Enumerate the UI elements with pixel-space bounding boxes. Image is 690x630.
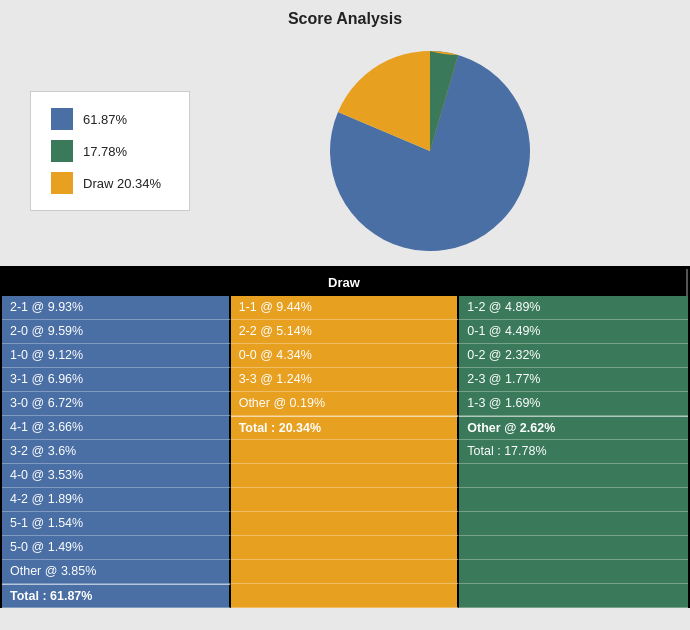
legend-label-draw: Draw 20.34% [83, 176, 161, 191]
table-row: Other @ 3.85% [2, 560, 231, 584]
page-title: Score Analysis [0, 0, 690, 36]
legend-label-away: 17.78% [83, 144, 127, 159]
table-row: 2-1 @ 9.93% [2, 296, 231, 320]
table-row: 5-0 @ 1.49% [2, 536, 231, 560]
table-row: 0-0 @ 4.34% [231, 344, 460, 368]
table-row [231, 560, 460, 584]
table-row: 0-1 @ 4.49% [459, 320, 688, 344]
table-row [459, 560, 688, 584]
table-grid: Draw 2-1 @ 9.93% 1-1 @ 9.44% 1-2 @ 4.89%… [0, 266, 690, 608]
legend-item-draw: Draw 20.34% [51, 172, 169, 194]
table-row: 3-1 @ 6.96% [2, 368, 231, 392]
table-section: Draw 2-1 @ 9.93% 1-1 @ 9.44% 1-2 @ 4.89%… [0, 266, 690, 608]
table-row: 2-3 @ 1.77% [459, 368, 688, 392]
legend-item-home: 61.87% [51, 108, 169, 130]
table-row [231, 488, 460, 512]
legend-swatch-draw [51, 172, 73, 194]
legend-item-away: 17.78% [51, 140, 169, 162]
table-row: 1-3 @ 1.69% [459, 392, 688, 416]
legend: 61.87% 17.78% Draw 20.34% [30, 91, 190, 211]
table-row: 1-2 @ 4.89% [459, 296, 688, 320]
pie-chart [330, 51, 530, 251]
table-row [459, 512, 688, 536]
table-row: 2-2 @ 5.14% [231, 320, 460, 344]
table-row-total: Total : 61.87% [2, 584, 231, 608]
table-row: 5-1 @ 1.54% [2, 512, 231, 536]
table-row: 1-0 @ 9.12% [2, 344, 231, 368]
table-row: 4-2 @ 1.89% [2, 488, 231, 512]
table-row: Total : 17.78% [459, 440, 688, 464]
table-row: 3-2 @ 3.6% [2, 440, 231, 464]
table-row: 1-1 @ 9.44% [231, 296, 460, 320]
table-row: 3-3 @ 1.24% [231, 368, 460, 392]
table-row: 0-2 @ 2.32% [459, 344, 688, 368]
pie-container [190, 51, 670, 251]
table-row: 4-1 @ 3.66% [2, 416, 231, 440]
table-row [231, 464, 460, 488]
legend-label-home: 61.87% [83, 112, 127, 127]
table-row [231, 512, 460, 536]
table-row [459, 584, 688, 608]
legend-swatch-away [51, 140, 73, 162]
table-row: 3-0 @ 6.72% [2, 392, 231, 416]
table-row [459, 488, 688, 512]
col2-header: Draw [231, 269, 460, 296]
col1-header [2, 269, 231, 296]
table-row: 2-0 @ 9.59% [2, 320, 231, 344]
table-row [231, 440, 460, 464]
table-row [231, 584, 460, 608]
table-row [459, 536, 688, 560]
table-row [231, 536, 460, 560]
table-row: Other @ 2.62% [459, 416, 688, 440]
col3-header [459, 269, 688, 296]
table-row [459, 464, 688, 488]
table-row: Other @ 0.19% [231, 392, 460, 416]
table-row: Total : 20.34% [231, 416, 460, 440]
table-row: 4-0 @ 3.53% [2, 464, 231, 488]
legend-swatch-home [51, 108, 73, 130]
